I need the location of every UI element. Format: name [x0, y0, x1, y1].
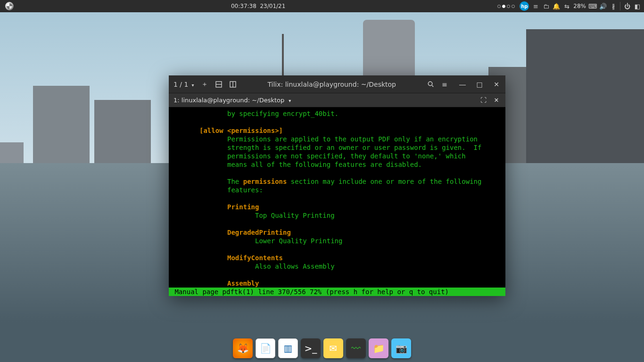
man-line: permissions are not specified, they defa… [172, 152, 466, 160]
separator [620, 2, 620, 10]
camera-icon: 📷 [396, 343, 407, 354]
terminal-viewport[interactable]: by specifying encrypt_40bit. [allow <per… [169, 107, 505, 296]
split-right-button[interactable] [229, 80, 237, 89]
monitor-icon: 〰 [351, 343, 361, 354]
chevron-down-icon[interactable] [287, 97, 291, 104]
firefox-icon: 🦊 [237, 343, 249, 354]
battery-percent: 28% [573, 3, 586, 9]
virtualbox-icon: ▥ [284, 343, 293, 354]
pager-statusline: Manual page pdftk(1) line 370/556 72% (p… [169, 288, 505, 296]
dock-screenshot[interactable]: 📷 [391, 338, 411, 358]
menu-icon[interactable]: ≡ [532, 2, 539, 10]
dock-firefox[interactable]: 🦊 [233, 338, 253, 358]
dock-office[interactable]: 📄 [256, 338, 275, 358]
panel-clock[interactable]: 00:37:38 23/01/21 [19, 3, 497, 9]
hp-logo-icon[interactable]: hp [520, 1, 529, 11]
chevron-down-icon[interactable] [190, 81, 194, 88]
volume-icon[interactable]: 🔊 [599, 2, 607, 10]
panel-time: 00:37:38 [231, 3, 256, 9]
notification-bell-icon[interactable]: 🔔 [553, 2, 560, 10]
session-counter[interactable]: 1 / 1 [173, 81, 194, 88]
fullscreen-pane-icon[interactable]: ⛶ [479, 96, 487, 105]
dock-terminal[interactable]: >_ [301, 338, 321, 358]
window-title: Tilix: linuxlala@playground: ~/Desktop [243, 81, 421, 88]
terminal-tab-label: 1: linuxlala@playground: ~/Desktop [173, 97, 284, 104]
man-line [172, 229, 227, 236]
power-icon[interactable]: ⏻ [623, 2, 631, 10]
man-keyword: DegradedPrinting [227, 229, 291, 236]
man-line: section may include one or more of the f… [287, 178, 481, 185]
folder-icon: 📁 [373, 343, 385, 354]
man-keyword: permissions [243, 178, 287, 185]
svg-line-5 [432, 85, 433, 87]
man-line: Top Quality Printing [172, 212, 335, 219]
man-line: Also allows Assembly [172, 263, 335, 270]
close-button[interactable]: ✕ [492, 80, 501, 89]
panel-date: 23/01/21 [260, 3, 285, 9]
man-line [172, 280, 227, 287]
search-icon[interactable] [426, 80, 435, 89]
add-terminal-button[interactable]: ＋ [200, 80, 209, 89]
sync-icon[interactable]: ⇆ [563, 2, 570, 10]
terminal-window: 1 / 1 ＋ Tilix: linuxlala@playground: ~/D… [169, 75, 505, 296]
maximize-button[interactable]: □ [475, 80, 484, 89]
man-line: means all of the following features are … [172, 161, 422, 168]
split-down-button[interactable] [215, 80, 223, 89]
dock-monitor[interactable]: 〰 [346, 338, 366, 358]
man-keyword: Assembly [227, 280, 259, 287]
workspace-switcher[interactable] [497, 5, 515, 8]
session-counter-label: 1 / 1 [173, 81, 188, 88]
hamburger-menu-icon[interactable]: ≡ [440, 80, 449, 89]
man-line [172, 254, 227, 262]
man-keyword: Printing [227, 203, 259, 211]
shutdown-icon[interactable]: ◧ [634, 2, 641, 10]
terminal-tab[interactable]: 1: linuxlala@playground: ~/Desktop [173, 97, 479, 104]
close-pane-icon[interactable]: ✕ [492, 96, 501, 105]
bluetooth-icon[interactable]: ∦ [610, 2, 617, 10]
terminal-icon: >_ [305, 343, 317, 354]
top-panel: 00:37:38 23/01/21 hp ≡ 🗀 🔔 ⇆ 28% ⌨ 🔊 ∦ ⏻… [0, 0, 644, 12]
man-line: Lower Quality Printing [172, 237, 342, 245]
man-line [172, 203, 227, 211]
man-keyword: ModifyContents [227, 254, 283, 262]
window-titlebar[interactable]: 1 / 1 ＋ Tilix: linuxlala@playground: ~/D… [169, 75, 505, 93]
dock-files[interactable]: 📁 [369, 338, 388, 358]
man-line: Permissions are applied to the output PD… [172, 135, 478, 143]
keyboard-icon[interactable]: ⌨ [589, 2, 596, 10]
terminal-tabbar: 1: linuxlala@playground: ~/Desktop ⛶ ✕ [169, 93, 505, 107]
dock-mail[interactable]: ✉ [323, 338, 343, 358]
mail-icon: ✉ [330, 343, 338, 354]
man-line: The [172, 178, 243, 185]
man-line: features: [172, 186, 263, 194]
dock-virtualbox[interactable]: ▥ [278, 338, 298, 358]
minimize-button[interactable]: ― [458, 80, 467, 89]
document-icon: 📄 [260, 343, 272, 354]
files-tray-icon[interactable]: 🗀 [542, 2, 550, 10]
distro-logo-icon[interactable] [5, 2, 14, 10]
man-line: by specifying encrypt_40bit. [172, 110, 339, 117]
man-line [172, 127, 199, 134]
dock: 🦊 📄 ▥ >_ ✉ 〰 📁 📷 [233, 338, 411, 358]
man-line: strength is specified or an owner or use… [172, 144, 481, 151]
svg-point-4 [428, 82, 432, 85]
man-keyword: [allow <permissions>] [199, 127, 283, 134]
